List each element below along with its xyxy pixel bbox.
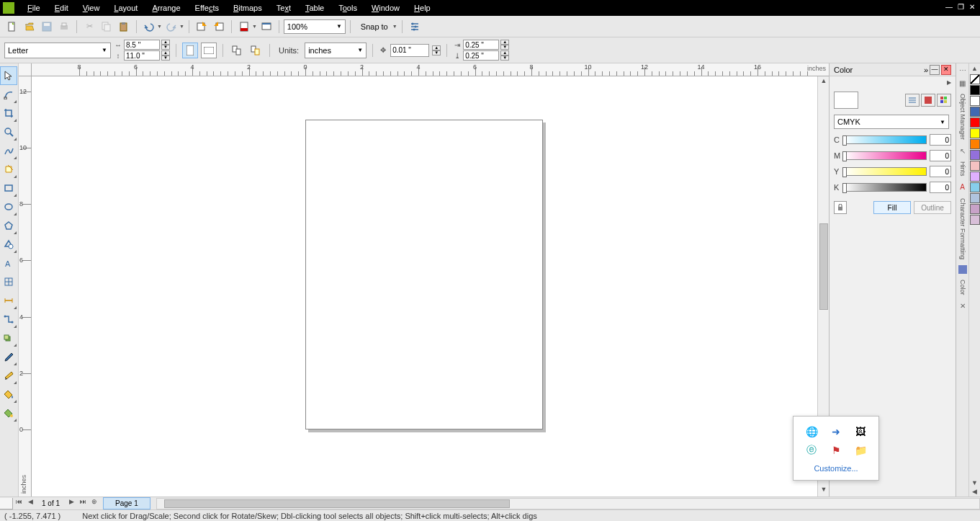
freehand-tool[interactable] — [0, 141, 17, 160]
table-tool[interactable] — [0, 272, 17, 291]
tray-connect-icon[interactable]: ⓔ — [805, 444, 818, 457]
menu-help[interactable]: Help — [407, 2, 438, 14]
basic-shapes-tool[interactable] — [0, 235, 17, 254]
tray-folder-icon[interactable]: 📁 — [854, 444, 867, 457]
redo-dropdown-icon[interactable]: ▼ — [179, 24, 184, 29]
spin-up[interactable]: ▲ — [161, 40, 170, 45]
zoom-combo[interactable]: ▼ — [284, 19, 346, 34]
shape-tool[interactable] — [0, 85, 17, 104]
menu-layout[interactable]: Layout — [107, 2, 145, 14]
horizontal-scrollbar[interactable] — [156, 498, 980, 509]
nudge-input[interactable] — [390, 44, 429, 57]
spin-up[interactable]: ▲ — [500, 50, 509, 55]
spin-down[interactable]: ▼ — [500, 45, 509, 50]
spin-down[interactable]: ▼ — [432, 50, 441, 55]
crop-tool[interactable] — [0, 104, 17, 123]
duplicate-x-input[interactable] — [463, 40, 499, 50]
tab-menu-icon[interactable]: ⋯ — [958, 65, 968, 75]
paste-button[interactable] — [116, 19, 132, 35]
outline-tool[interactable] — [0, 366, 17, 385]
save-button[interactable] — [39, 19, 55, 35]
palette-swatch[interactable] — [970, 193, 980, 203]
palette-down-icon[interactable]: ▼ — [970, 479, 980, 488]
scroll-down-icon[interactable]: ▼ — [819, 486, 829, 496]
palette-swatch[interactable] — [970, 85, 980, 95]
palette-swatch[interactable] — [970, 215, 980, 225]
doc-restore-button[interactable]: ❐ — [956, 3, 966, 13]
magenta-slider[interactable] — [844, 151, 927, 160]
show-palettes-button[interactable] — [937, 94, 951, 107]
ellipse-tool[interactable] — [0, 197, 17, 216]
spin-up[interactable]: ▲ — [432, 45, 441, 50]
palette-swatch[interactable] — [970, 182, 980, 192]
ruler-origin[interactable] — [19, 63, 32, 76]
current-page-button[interactable] — [248, 43, 264, 58]
tray-update-icon[interactable]: ➜ — [830, 425, 842, 438]
doc-minimize-button[interactable]: — — [944, 3, 954, 13]
tray-web-icon[interactable]: 🌐 — [805, 425, 818, 438]
scroll-thumb[interactable] — [164, 499, 510, 508]
object-manager-icon[interactable]: ▦ — [958, 78, 968, 88]
snap-dropdown-icon[interactable]: ▼ — [392, 24, 397, 29]
yellow-input[interactable] — [930, 166, 951, 177]
spin-down[interactable]: ▼ — [500, 55, 509, 61]
drawing-canvas[interactable] — [32, 76, 817, 496]
fullscreen-preview-button[interactable] — [259, 19, 274, 35]
tab-hints[interactable]: Hints — [958, 159, 967, 179]
horizontal-ruler[interactable]: inches 86420246810121416 — [32, 63, 829, 76]
palette-swatch[interactable] — [970, 161, 980, 171]
tab-object-manager[interactable]: Object Manager — [958, 91, 967, 143]
print-button[interactable] — [56, 19, 72, 35]
color-tab-icon[interactable] — [958, 265, 967, 274]
duplicate-y-input[interactable] — [463, 50, 499, 61]
menu-view[interactable]: View — [76, 2, 107, 14]
import-button[interactable] — [194, 19, 210, 35]
spin-up[interactable]: ▲ — [500, 40, 509, 45]
options-button[interactable] — [407, 19, 423, 35]
smart-fill-tool[interactable] — [0, 160, 17, 179]
menu-effects[interactable]: Effects — [188, 2, 226, 14]
spin-down[interactable]: ▼ — [161, 45, 170, 50]
palette-swatch[interactable] — [970, 204, 980, 214]
docker-minimize-button[interactable]: — — [930, 65, 940, 75]
pick-tool[interactable] — [0, 66, 17, 85]
publish-pdf-button[interactable] — [236, 19, 252, 35]
palette-swatch[interactable] — [970, 117, 980, 128]
palette-flyout-icon[interactable]: ◀ — [970, 488, 980, 496]
palette-swatch[interactable] — [970, 96, 980, 106]
tray-gallery-icon[interactable]: 🖼 — [854, 425, 867, 438]
cyan-slider[interactable] — [844, 135, 927, 144]
cyan-input[interactable] — [930, 134, 951, 146]
tab-color[interactable]: Color — [958, 277, 967, 298]
first-page-button[interactable]: ⏮ — [13, 498, 24, 509]
menu-window[interactable]: Window — [364, 2, 407, 14]
dimension-tool[interactable] — [0, 291, 17, 310]
tray-flag-icon[interactable]: ⚑ — [830, 444, 842, 457]
rectangle-tool[interactable] — [0, 179, 17, 197]
fill-button[interactable]: Fill — [873, 201, 911, 214]
interactive-effects-tool[interactable] — [0, 329, 17, 347]
menu-arrange[interactable]: Arrange — [145, 2, 187, 14]
add-page-button[interactable]: ⊕ — [89, 498, 100, 509]
yellow-slider[interactable] — [844, 167, 927, 176]
publish-dropdown-icon[interactable]: ▼ — [252, 24, 257, 29]
scroll-thumb[interactable] — [819, 223, 828, 310]
no-color-swatch[interactable] — [970, 74, 980, 84]
palette-swatch[interactable] — [970, 150, 980, 160]
character-format-icon[interactable]: A — [958, 182, 968, 192]
palette-up-icon[interactable]: ▲ — [970, 65, 980, 74]
page-height-input[interactable] — [124, 50, 160, 61]
palette-swatch[interactable] — [970, 172, 980, 182]
copy-button[interactable] — [99, 19, 114, 35]
units-combo[interactable]: inches ▼ — [305, 43, 367, 58]
export-button[interactable] — [211, 19, 227, 35]
color-model-combo[interactable]: CMYK ▼ — [834, 115, 949, 129]
magenta-input[interactable] — [930, 150, 951, 161]
scroll-up-icon[interactable]: ▲ — [819, 77, 829, 87]
outline-button[interactable]: Outline — [914, 201, 951, 214]
docker-collapse-icon[interactable]: » — [924, 66, 928, 74]
redo-button[interactable] — [163, 19, 179, 35]
palette-swatch[interactable] — [970, 107, 980, 117]
eyedropper-tool[interactable] — [0, 347, 17, 366]
black-input[interactable] — [930, 182, 951, 193]
